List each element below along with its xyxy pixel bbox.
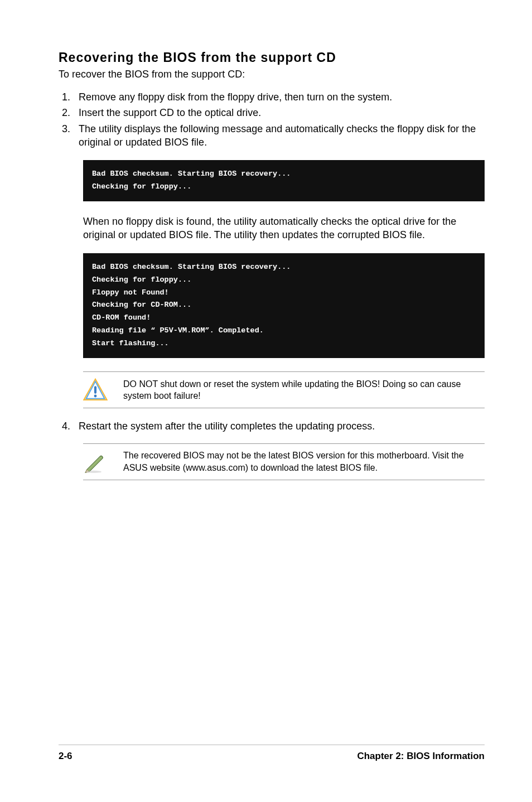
page-container: Recovering the BIOS from the support CD … xyxy=(0,0,532,802)
terminal-line: Checking for floppy... xyxy=(92,181,476,194)
terminal-line: Bad BIOS checksum. Starting BIOS recover… xyxy=(92,261,476,274)
note-text: The recovered BIOS may not be the latest… xyxy=(123,450,485,474)
terminal-output: Bad BIOS checksum. Starting BIOS recover… xyxy=(83,160,485,201)
terminal-line: Bad BIOS checksum. Starting BIOS recover… xyxy=(92,168,476,181)
terminal-line: Checking for floppy... xyxy=(92,274,476,287)
svg-rect-2 xyxy=(94,386,96,394)
note-callout: The recovered BIOS may not be the latest… xyxy=(83,443,485,480)
svg-point-4 xyxy=(86,470,102,472)
chapter-title: Chapter 2: BIOS Information xyxy=(357,751,485,762)
terminal-line: Floppy not Found! xyxy=(92,287,476,299)
list-item: Restart the system after the utility com… xyxy=(73,419,485,433)
paragraph: When no floppy disk is found, the utilit… xyxy=(83,215,485,242)
steps-list-continued: Restart the system after the utility com… xyxy=(59,419,485,433)
section-heading: Recovering the BIOS from the support CD xyxy=(59,50,485,65)
terminal-output: Bad BIOS checksum. Starting BIOS recover… xyxy=(83,253,485,359)
warning-callout: DO NOT shut down or reset the system whi… xyxy=(83,371,485,408)
page-number: 2-6 xyxy=(59,751,72,762)
warning-text: DO NOT shut down or reset the system whi… xyxy=(123,378,485,402)
list-item: The utility displays the following messa… xyxy=(73,122,485,149)
list-item: Remove any floppy disk from the floppy d… xyxy=(73,90,485,104)
list-item: Insert the support CD to the optical dri… xyxy=(73,106,485,119)
terminal-line: Start flashing... xyxy=(92,337,476,350)
terminal-line: Reading file “ P5V-VM.ROM”. Completed. xyxy=(92,325,476,337)
warning-icon xyxy=(83,378,123,402)
note-icon xyxy=(83,450,123,474)
intro-text: To recover the BIOS from the support CD: xyxy=(59,69,485,80)
page-footer: 2-6 Chapter 2: BIOS Information xyxy=(59,745,485,762)
terminal-line: Checking for CD-ROM... xyxy=(92,299,476,312)
svg-point-3 xyxy=(94,395,97,398)
steps-list: Remove any floppy disk from the floppy d… xyxy=(59,90,485,149)
terminal-line: CD-ROM found! xyxy=(92,312,476,325)
